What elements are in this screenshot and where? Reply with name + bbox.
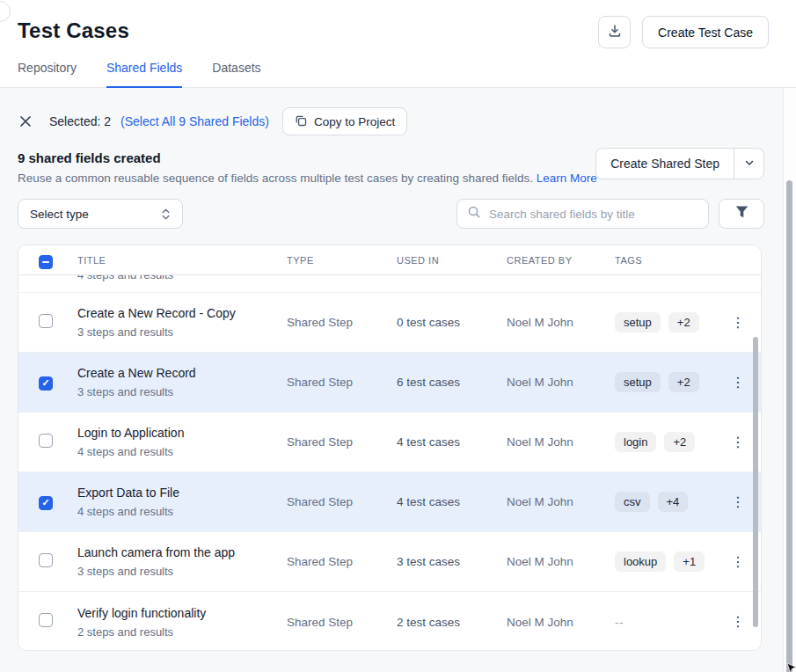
row-title[interactable]: Login to Application	[77, 426, 287, 440]
tab-shared-fields[interactable]: Shared Fields	[106, 61, 182, 88]
tag-overflow-badge: +4	[658, 492, 689, 512]
row-checkbox[interactable]	[39, 613, 53, 627]
column-type: TYPE	[287, 255, 397, 266]
row-title[interactable]: Create a New Record	[77, 366, 287, 380]
chevron-down-icon	[744, 156, 755, 172]
row-tags: lookup+1	[615, 551, 722, 572]
tag-badge: login	[615, 432, 656, 452]
row-tags: --	[615, 616, 722, 629]
kebab-menu-icon[interactable]: ⋮	[726, 493, 750, 511]
row-subtitle: 4 steps and results	[77, 445, 287, 458]
description-text: Reuse a common reusable sequence of fiel…	[18, 172, 537, 185]
create-test-case-button[interactable]: Create Test Case	[642, 16, 769, 48]
row-checkbox[interactable]	[39, 314, 53, 328]
row-created-by: Noel M John	[507, 316, 615, 329]
table-row[interactable]: Launch camera from the app 3 steps and r…	[18, 532, 761, 592]
copy-icon	[295, 114, 307, 129]
row-tags: csv+4	[615, 492, 722, 512]
page-header: Test Cases Repository Shared Fields Data…	[0, 0, 796, 88]
row-title[interactable]: Export Data to File	[77, 486, 287, 500]
table-row[interactable]: Export Data to File 4 steps and results …	[18, 472, 761, 532]
mouse-cursor	[786, 661, 796, 672]
copy-to-project-button[interactable]: Copy to Project	[282, 107, 407, 135]
row-checkbox[interactable]	[39, 496, 53, 510]
table-row-partial[interactable]: 4 steps and results	[18, 275, 761, 293]
row-subtitle: 3 steps and results	[77, 565, 287, 578]
learn-more-link[interactable]: Learn More	[537, 172, 597, 185]
table-scrollbar[interactable]	[753, 337, 758, 627]
search-input[interactable]	[489, 208, 698, 221]
selected-count-label: Selected: 2	[49, 114, 111, 128]
create-shared-step-split-button: Create Shared Step	[595, 148, 764, 179]
table-row[interactable]: Create a New Record - Copy 3 steps and r…	[18, 293, 761, 353]
page-scrollbar[interactable]	[786, 180, 792, 672]
kebab-menu-icon[interactable]: ⋮	[726, 373, 750, 391]
close-icon[interactable]	[19, 115, 32, 128]
tag-overflow-badge: +2	[668, 312, 699, 332]
row-type: Shared Step	[287, 555, 397, 568]
row-used-in: 3 test cases	[397, 555, 507, 568]
select-all-checkbox[interactable]	[39, 255, 53, 269]
tag-badge: setup	[615, 312, 661, 332]
table-row[interactable]: Verify login functionality 2 steps and r…	[18, 592, 761, 651]
tab-datasets[interactable]: Datasets	[212, 61, 260, 88]
column-tags: TAGS	[615, 255, 722, 266]
row-created-by: Noel M John	[507, 616, 615, 629]
selection-bar: Selected: 2 (Select All 9 Shared Fields)…	[19, 107, 407, 135]
row-created-by: Noel M John	[507, 435, 615, 449]
column-created-by: CREATED BY	[507, 255, 615, 266]
row-used-in: 6 test cases	[397, 376, 507, 389]
row-type: Shared Step	[287, 616, 397, 629]
select-all-link[interactable]: (Select All 9 Shared Fields)	[120, 114, 269, 128]
row-tags: login+2	[615, 432, 722, 452]
row-created-by: Noel M John	[507, 495, 615, 508]
kebab-menu-icon[interactable]: ⋮	[726, 612, 750, 631]
table-header-row: TITLE TYPE USED IN CREATED BY TAGS	[18, 245, 761, 275]
type-select[interactable]: Select type	[18, 199, 183, 229]
table-row[interactable]: Create a New Record 3 steps and results …	[18, 353, 761, 413]
header-actions: Create Test Case	[598, 16, 769, 48]
row-tags: setup+2	[615, 372, 722, 392]
column-title: TITLE	[77, 255, 287, 266]
row-checkbox[interactable]	[39, 434, 53, 448]
row-title[interactable]: Verify login functionality	[77, 606, 287, 620]
shared-fields-table: TITLE TYPE USED IN CREATED BY TAGS 4 ste…	[18, 245, 762, 651]
page-title: Test Cases	[18, 18, 129, 43]
tab-repository[interactable]: Repository	[18, 61, 77, 88]
table-body: Create a New Record - Copy 3 steps and r…	[18, 293, 761, 651]
row-created-by: Noel M John	[507, 376, 615, 389]
tag-badge: lookup	[615, 551, 666, 572]
tag-overflow-badge: +2	[668, 372, 699, 392]
shared-fields-count-heading: 9 shared fields created	[18, 150, 161, 165]
tags-empty: --	[615, 616, 624, 629]
type-select-value: Select type	[30, 208, 89, 221]
create-shared-step-button[interactable]: Create Shared Step	[596, 149, 734, 179]
row-used-in: 4 test cases	[397, 495, 507, 508]
search-box	[456, 199, 709, 229]
sidebar-toggle-button[interactable]	[0, 1, 11, 22]
row-subtitle: 2 steps and results	[77, 625, 287, 639]
row-checkbox[interactable]	[39, 376, 53, 391]
kebab-menu-icon[interactable]: ⋮	[726, 552, 750, 571]
filter-funnel-icon	[735, 206, 749, 222]
row-checkbox[interactable]	[39, 553, 53, 567]
row-subtitle: 3 steps and results	[77, 385, 287, 398]
kebab-menu-icon[interactable]: ⋮	[726, 433, 750, 451]
row-title[interactable]: Create a New Record - Copy	[77, 306, 287, 320]
filter-button[interactable]	[719, 199, 764, 229]
create-shared-step-dropdown[interactable]	[734, 149, 763, 179]
page-scrollbar-track	[783, 88, 796, 672]
tag-badge: csv	[615, 492, 650, 512]
row-created-by: Noel M John	[507, 555, 615, 568]
tag-badge: setup	[615, 372, 661, 392]
import-button[interactable]	[598, 16, 631, 48]
row-used-in: 4 test cases	[397, 435, 507, 449]
table-row[interactable]: Login to Application 4 steps and results…	[18, 413, 761, 472]
row-type: Shared Step	[287, 495, 397, 508]
shared-fields-description: Reuse a common reusable sequence of fiel…	[18, 172, 597, 185]
row-title[interactable]: Launch camera from the app	[77, 545, 287, 559]
row-type: Shared Step	[287, 316, 397, 329]
row-subtitle: 3 steps and results	[77, 325, 287, 339]
row-subtitle: 4 steps and results	[77, 505, 287, 518]
kebab-menu-icon[interactable]: ⋮	[726, 313, 750, 332]
